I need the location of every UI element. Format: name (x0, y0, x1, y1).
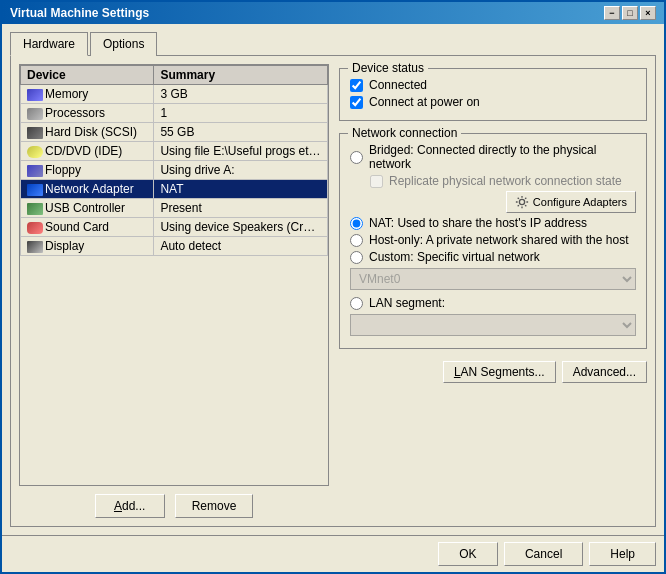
summary-cell: Using drive A: (154, 161, 328, 180)
vmnet-select[interactable]: VMnet0 (350, 268, 636, 290)
configure-adapters-button[interactable]: Configure Adapters (506, 191, 636, 213)
custom-label: Custom: Specific virtual network (369, 250, 540, 264)
device-status-group: Device status Connected Connect at power… (339, 68, 647, 121)
processor-icon (27, 108, 43, 120)
configure-btn-row: Configure Adapters (350, 191, 636, 213)
bridged-row: Bridged: Connected directly to the physi… (350, 143, 636, 171)
table-row[interactable]: FloppyUsing drive A: (21, 161, 328, 180)
nat-label: NAT: Used to share the host's IP address (369, 216, 587, 230)
svg-point-0 (519, 199, 524, 204)
tab-options[interactable]: Options (90, 32, 157, 56)
ok-button[interactable]: OK (438, 542, 498, 566)
tabs-bar: Hardware Options (10, 32, 656, 56)
table-row[interactable]: Processors1 (21, 104, 328, 123)
device-cell: Sound Card (21, 218, 154, 237)
hostonly-label: Host-only: A private network shared with… (369, 233, 628, 247)
tab-hardware[interactable]: Hardware (10, 32, 88, 56)
connected-label: Connected (369, 78, 427, 92)
memory-icon (27, 89, 43, 101)
usb-icon (27, 203, 43, 215)
device-table: Device Summary Memory3 GBProcessors1Hard… (20, 65, 328, 256)
device-cell: Processors (21, 104, 154, 123)
summary-cell: Auto detect (154, 237, 328, 256)
connected-checkbox[interactable] (350, 79, 363, 92)
advanced-button[interactable]: Advanced... (562, 361, 647, 383)
virtual-machine-settings-window: Virtual Machine Settings − □ × Hardware … (0, 0, 666, 574)
floppy-icon (27, 165, 43, 177)
lan-dropdown-row (350, 314, 636, 336)
table-row[interactable]: Network AdapterNAT (21, 180, 328, 199)
bottom-buttons: AAdd...dd... Remove (19, 494, 329, 518)
device-cell: Display (21, 237, 154, 256)
hostonly-row: Host-only: A private network shared with… (350, 233, 636, 247)
table-row[interactable]: Sound CardUsing device Speakers (Creativ… (21, 218, 328, 237)
connect-power-label: Connect at power on (369, 95, 480, 109)
summary-cell: 3 GB (154, 85, 328, 104)
replicate-checkbox[interactable] (370, 175, 383, 188)
tab-content-hardware: Device Summary Memory3 GBProcessors1Hard… (10, 55, 656, 527)
bridged-label: Bridged: Connected directly to the physi… (369, 143, 636, 171)
maximize-button[interactable]: □ (622, 6, 638, 20)
cancel-button[interactable]: Cancel (504, 542, 583, 566)
main-content: Hardware Options Device Summary (2, 24, 664, 535)
nat-radio[interactable] (350, 217, 363, 230)
lan-buttons: LLAN Segments...AN Segments... Advanced.… (339, 361, 647, 383)
col-device: Device (21, 66, 154, 85)
hostonly-radio[interactable] (350, 234, 363, 247)
vmnet-dropdown-row: VMnet0 (350, 268, 636, 290)
lan-segments-button[interactable]: LLAN Segments...AN Segments... (443, 361, 556, 383)
lan-label: LAN segment: (369, 296, 445, 310)
add-button[interactable]: AAdd...dd... (95, 494, 165, 518)
summary-cell: Using device Speakers (Creative S... (154, 218, 328, 237)
table-row[interactable]: USB ControllerPresent (21, 199, 328, 218)
network-icon (27, 184, 43, 196)
configure-adapters-label: Configure Adapters (533, 196, 627, 208)
network-connection-group: Network connection Bridged: Connected di… (339, 133, 647, 349)
display-icon (27, 241, 43, 253)
table-row[interactable]: DisplayAuto detect (21, 237, 328, 256)
summary-cell: Present (154, 199, 328, 218)
device-cell: Network Adapter (21, 180, 154, 199)
custom-row: Custom: Specific virtual network (350, 250, 636, 264)
summary-cell: NAT (154, 180, 328, 199)
right-panel: Device status Connected Connect at power… (339, 64, 647, 518)
table-row[interactable]: Memory3 GB (21, 85, 328, 104)
device-cell: Hard Disk (SCSI) (21, 123, 154, 142)
device-cell: USB Controller (21, 199, 154, 218)
connect-power-checkbox[interactable] (350, 96, 363, 109)
col-summary: Summary (154, 66, 328, 85)
lan-segment-row: LAN segment: (350, 296, 636, 310)
summary-cell: 55 GB (154, 123, 328, 142)
gear-icon (515, 195, 529, 209)
device-table-wrapper: Device Summary Memory3 GBProcessors1Hard… (19, 64, 329, 486)
device-cell: CD/DVD (IDE) (21, 142, 154, 161)
cdrom-icon (27, 146, 43, 158)
window-title: Virtual Machine Settings (10, 6, 149, 20)
nat-row: NAT: Used to share the host's IP address (350, 216, 636, 230)
device-cell: Memory (21, 85, 154, 104)
help-button[interactable]: Help (589, 542, 656, 566)
connected-row: Connected (350, 78, 636, 92)
device-status-legend: Device status (348, 61, 428, 75)
summary-cell: 1 (154, 104, 328, 123)
table-row[interactable]: CD/DVD (IDE)Using file E:\Useful progs e… (21, 142, 328, 161)
lan-select[interactable] (350, 314, 636, 336)
connect-power-row: Connect at power on (350, 95, 636, 109)
bridged-radio[interactable] (350, 151, 363, 164)
custom-radio[interactable] (350, 251, 363, 264)
summary-cell: Using file E:\Useful progs etc\Othe... (154, 142, 328, 161)
network-connection-legend: Network connection (348, 126, 461, 140)
title-bar-buttons: − □ × (604, 6, 656, 20)
sound-icon (27, 222, 43, 234)
replicate-row: Replicate physical network connection st… (370, 174, 636, 188)
table-row[interactable]: Hard Disk (SCSI)55 GB (21, 123, 328, 142)
remove-button[interactable]: Remove (175, 494, 254, 518)
left-panel: Device Summary Memory3 GBProcessors1Hard… (19, 64, 329, 518)
lan-radio[interactable] (350, 297, 363, 310)
minimize-button[interactable]: − (604, 6, 620, 20)
close-button[interactable]: × (640, 6, 656, 20)
disk-icon (27, 127, 43, 139)
footer-buttons: OK Cancel Help (2, 535, 664, 572)
title-bar: Virtual Machine Settings − □ × (2, 2, 664, 24)
device-cell: Floppy (21, 161, 154, 180)
